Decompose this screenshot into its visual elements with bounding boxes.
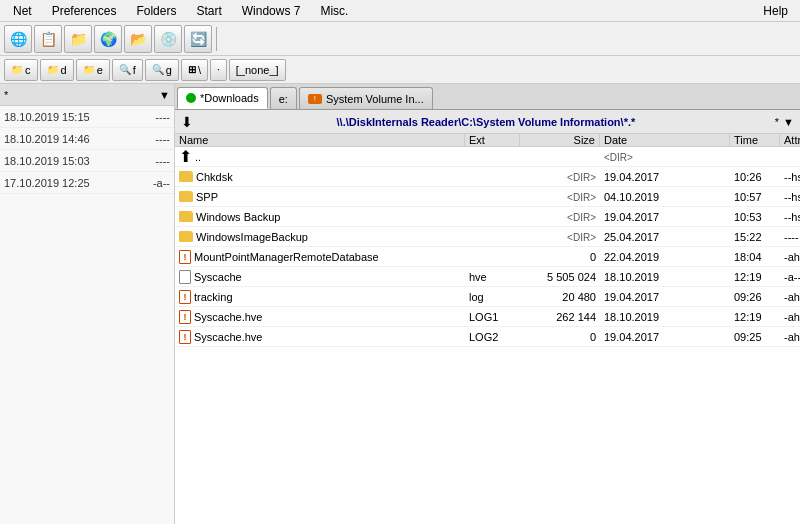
path-bar: ⬇ \\.\DiskInternals Reader\C:\System Vol…: [175, 110, 800, 134]
file-date-cell: <DIR>: [600, 151, 730, 163]
drive-btn-e[interactable]: 📁 e: [76, 59, 110, 81]
menu-misc[interactable]: Misc.: [311, 1, 357, 21]
up-icon: ⬆: [179, 149, 192, 165]
menu-bar: Net Preferences Folders Start Windows 7 …: [0, 0, 800, 22]
col-header-time[interactable]: Time: [730, 134, 780, 146]
file-attr-cell: -ahs: [780, 251, 800, 263]
drive-e-label: e: [97, 64, 103, 76]
file-bang-icon: !: [179, 330, 191, 344]
table-row[interactable]: ⬆ .. <DIR>: [175, 147, 800, 167]
tab-active-icon: [186, 93, 196, 103]
left-row-date: 18.10.2019 15:15: [4, 111, 90, 123]
file-icon: [179, 270, 191, 284]
toolbar-btn-folder[interactable]: 📁: [64, 25, 92, 53]
path-text: \\.\DiskInternals Reader\C:\System Volum…: [337, 116, 636, 128]
path-star: *: [775, 116, 779, 128]
file-time-cell: 09:26: [730, 291, 780, 303]
file-ext-cell: LOG1: [465, 311, 520, 323]
file-time-cell: 09:25: [730, 331, 780, 343]
menu-folders[interactable]: Folders: [127, 1, 185, 21]
file-attr-cell: ----: [780, 231, 800, 243]
list-item[interactable]: 18.10.2019 14:46 ----: [0, 128, 174, 150]
file-size-cell: 0: [520, 251, 600, 263]
file-name: Syscache.hve: [194, 311, 262, 323]
tab-orange-icon: !: [308, 94, 322, 104]
tab-e[interactable]: e:: [270, 87, 297, 109]
tab-sysvolinfo[interactable]: ! System Volume In...: [299, 87, 433, 109]
col-header-ext[interactable]: Ext: [465, 134, 520, 146]
table-row[interactable]: Syscache hve 5 505 024 18.10.2019 12:19 …: [175, 267, 800, 287]
file-date-cell: 19.04.2017: [600, 331, 730, 343]
tab-downloads-label: *Downloads: [200, 92, 259, 104]
col-header-size[interactable]: Size: [520, 134, 600, 146]
file-attr-cell: --hs: [780, 171, 800, 183]
file-date-cell: 19.04.2017: [600, 171, 730, 183]
path-controls: * ▼: [775, 116, 794, 128]
drive-btn-dot[interactable]: ·: [210, 59, 227, 81]
file-date-cell: 04.10.2019: [600, 191, 730, 203]
file-name-cell: ! tracking: [175, 290, 465, 304]
tab-downloads[interactable]: *Downloads: [177, 87, 268, 109]
file-name-cell: ⬆ ..: [175, 149, 465, 165]
menu-preferences[interactable]: Preferences: [43, 1, 126, 21]
table-row[interactable]: WindowsImageBackup <DIR> 25.04.2017 15:2…: [175, 227, 800, 247]
menu-items: Net Preferences Folders Start Windows 7 …: [4, 1, 357, 21]
toolbar-btn-network[interactable]: 🌐: [4, 25, 32, 53]
file-name-cell: Syscache: [175, 270, 465, 284]
file-ext-cell: log: [465, 291, 520, 303]
left-panel-rows: 18.10.2019 15:15 ---- 18.10.2019 14:46 -…: [0, 106, 174, 524]
file-size-cell: <DIR>: [520, 191, 600, 203]
file-time-cell: 10:26: [730, 171, 780, 183]
list-item[interactable]: 18.10.2019 15:03 ----: [0, 150, 174, 172]
menu-start[interactable]: Start: [187, 1, 230, 21]
file-size-cell: <DIR>: [520, 171, 600, 183]
list-item[interactable]: 18.10.2019 15:15 ----: [0, 106, 174, 128]
file-size-cell: <DIR>: [520, 231, 600, 243]
folder-icon: [179, 231, 193, 242]
drive-btn-none[interactable]: [_none_]: [229, 59, 286, 81]
table-row[interactable]: Chkdsk <DIR> 19.04.2017 10:26 --hs: [175, 167, 800, 187]
tab-e-label: e:: [279, 93, 288, 105]
file-name: ..: [195, 151, 201, 163]
table-row[interactable]: Windows Backup <DIR> 19.04.2017 10:53 --…: [175, 207, 800, 227]
col-header-name[interactable]: Name: [175, 134, 465, 146]
path-arrow-icon: ⬇: [181, 114, 193, 130]
drive-d-label: d: [61, 64, 67, 76]
file-date-cell: 19.04.2017: [600, 291, 730, 303]
left-header-arrow[interactable]: ▼: [159, 89, 170, 101]
drive-btn-backslash[interactable]: ⊞ \: [181, 59, 208, 81]
toolbar-btn-disk1[interactable]: 💿: [154, 25, 182, 53]
table-row[interactable]: ! MountPointManagerRemoteDatabase 0 22.0…: [175, 247, 800, 267]
drive-btn-c[interactable]: 📁 c: [4, 59, 38, 81]
col-header-date[interactable]: Date: [600, 134, 730, 146]
file-name: WindowsImageBackup: [196, 231, 308, 243]
toolbar-btn-browser[interactable]: 🌍: [94, 25, 122, 53]
drive-bar: 📁 c 📁 d 📁 e 🔍 f 🔍 g ⊞ \ · [_none_]: [0, 56, 800, 84]
toolbar-btn-refresh[interactable]: 🔄: [184, 25, 212, 53]
file-time-cell: 10:53: [730, 211, 780, 223]
drive-btn-g[interactable]: 🔍 g: [145, 59, 179, 81]
list-item[interactable]: 17.10.2019 12:25 -a--: [0, 172, 174, 194]
col-header-attr[interactable]: Attr: [780, 134, 800, 146]
drive-btn-d[interactable]: 📁 d: [40, 59, 74, 81]
menu-net[interactable]: Net: [4, 1, 41, 21]
table-row[interactable]: ! Syscache.hve LOG2 0 19.04.2017 09:25 -…: [175, 327, 800, 347]
file-ext-cell: LOG2: [465, 331, 520, 343]
file-name: Syscache.hve: [194, 331, 262, 343]
file-attr-cell: -ahs: [780, 311, 800, 323]
path-dropdown-arrow[interactable]: ▼: [783, 116, 794, 128]
table-row[interactable]: ! tracking log 20 480 19.04.2017 09:26 -…: [175, 287, 800, 307]
toolbar-btn-open[interactable]: 📂: [124, 25, 152, 53]
file-date-cell: 18.10.2019: [600, 311, 730, 323]
drive-btn-f[interactable]: 🔍 f: [112, 59, 143, 81]
menu-windows7[interactable]: Windows 7: [233, 1, 310, 21]
toolbar: 🌐 📋 📁 🌍 📂 💿 🔄: [0, 22, 800, 56]
right-panel: *Downloads e: ! System Volume In... ⬇ \\…: [175, 84, 800, 524]
file-time-cell: 12:19: [730, 271, 780, 283]
toolbar-btn-copy[interactable]: 📋: [34, 25, 62, 53]
table-row[interactable]: ! Syscache.hve LOG1 262 144 18.10.2019 1…: [175, 307, 800, 327]
menu-help[interactable]: Help: [755, 2, 796, 20]
table-row[interactable]: SPP <DIR> 04.10.2019 10:57 --hs: [175, 187, 800, 207]
file-list-header: Name Ext Size Date Time Attr: [175, 134, 800, 147]
drive-none-label: [_none_]: [236, 64, 279, 76]
